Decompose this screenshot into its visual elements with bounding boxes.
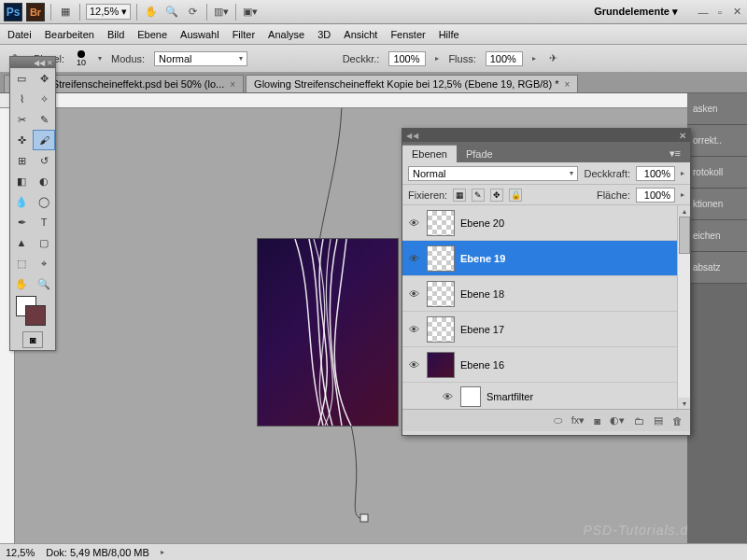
lock-transparent-icon[interactable]: ▦ [453,189,466,202]
layer-name[interactable]: Ebene 19 [460,253,686,264]
layer-opacity-field[interactable]: 100% [636,166,675,181]
panel-close-icon[interactable]: ✕ [679,131,686,141]
airbrush-icon[interactable]: ✈ [545,50,562,67]
layer-name[interactable]: Ebene 18 [460,288,686,300]
arrange-icon[interactable]: ▥▾ [213,4,230,21]
visibility-eye-icon[interactable]: 👁 [406,251,421,266]
toolbox-panel[interactable]: ◀◀ ✕ ▭ ✥ ⌇ ✧ ✂ ✎ ✜ 🖌 ⊞ ↺ ◧ ◐ 💧 ◯ ✒ T ▲ ▢… [9,56,56,351]
rotate-icon[interactable]: ⟳ [184,4,201,21]
menu-analyse[interactable]: Analyse [268,29,304,40]
type-tool-icon[interactable]: T [33,212,55,232]
workspace-selector[interactable]: Grundelemente ▾ [586,4,685,20]
link-layers-icon[interactable]: ⬭ [554,414,562,427]
menu-bild[interactable]: Bild [107,29,124,40]
menu-3d[interactable]: 3D [317,29,331,40]
menu-datei[interactable]: Datei [7,29,32,40]
panel-tab[interactable]: asken [687,93,747,125]
marquee-tool-icon[interactable]: ▭ [10,68,33,89]
layers-panel[interactable]: ◀◀ ✕ Ebenen Pfade ▾≡ Normal▾ Deckkraft: … [402,128,691,436]
tab-paths[interactable]: Pfade [457,146,502,162]
wand-tool-icon[interactable]: ✧ [33,89,55,109]
scrollbar-thumb[interactable] [679,217,690,254]
panel-tab[interactable]: absatz [687,252,747,284]
panel-tab[interactable]: orrekt.. [687,125,747,157]
panel-tab[interactable]: ktionen [687,189,747,220]
layers-scrollbar[interactable]: ▲ ▼ [677,205,690,409]
smartfilter-label[interactable]: Smartfilter [486,391,686,402]
layer-thumbnail[interactable] [427,316,455,343]
maximize-icon[interactable]: ▫ [713,6,726,19]
layer-fx-icon[interactable]: fx▾ [571,414,585,427]
scroll-down-arrow-icon[interactable]: ▼ [678,398,690,409]
blend-mode-dropdown[interactable]: Normal▾ [154,51,247,66]
layer-group-icon[interactable]: 🗀 [634,415,644,427]
layer-row[interactable]: 👁 Ebene 20 [402,205,690,241]
tab-close-icon[interactable]: × [564,79,570,90]
crop-tool-icon[interactable]: ✂ [10,109,33,130]
layer-thumbnail[interactable] [427,245,455,272]
path-select-tool-icon[interactable]: ▲ [10,232,33,253]
scroll-up-arrow-icon[interactable]: ▲ [678,205,690,217]
visibility-eye-icon[interactable]: 👁 [406,357,421,372]
background-color[interactable] [25,305,46,326]
tab-close-icon[interactable]: × [230,79,235,90]
opacity-slider-arrow[interactable]: ▸ [681,169,684,177]
menu-bearbeiten[interactable]: Bearbeiten [45,29,94,40]
eyedropper-tool-icon[interactable]: ✎ [33,109,55,130]
panel-header[interactable]: ◀◀ ✕ [402,129,690,142]
panel-tab[interactable]: rotokoll [687,157,747,189]
new-layer-icon[interactable]: ▤ [654,414,663,427]
status-zoom[interactable]: 12,5% [6,547,35,558]
bridge-logo-icon[interactable]: Br [26,3,45,21]
fill-slider-arrow[interactable]: ▸ [681,190,684,199]
menu-ansicht[interactable]: Ansicht [344,29,377,40]
layer-thumbnail[interactable] [427,352,455,378]
layer-row[interactable]: 👁 Ebene 18 [402,276,690,312]
opacity-field[interactable]: 100% [388,51,426,66]
lock-all-icon[interactable]: 🔒 [509,189,522,202]
opacity-arrow[interactable]: ▸ [435,54,439,63]
brush-picker-arrow[interactable]: ▾ [98,54,102,63]
fill-field[interactable]: 100% [636,188,675,203]
layer-thumbnail[interactable] [427,281,455,307]
hand-icon[interactable]: ✋ [143,4,160,21]
gradient-tool-icon[interactable]: ◐ [33,171,55,191]
hand-tool-icon[interactable]: ✋ [10,273,33,294]
horizontal-ruler[interactable] [15,93,747,108]
status-info-arrow[interactable]: ▸ [161,548,164,556]
panel-tab[interactable]: eichen [687,220,747,252]
filter-mask-thumbnail[interactable] [460,386,481,407]
layer-thumbnail[interactable] [427,210,455,236]
quickmask-icon[interactable]: ◙ [22,331,43,348]
menu-fenster[interactable]: Fenster [390,29,425,40]
smartfilter-row[interactable]: 👁 Smartfilter [402,383,690,409]
visibility-eye-icon[interactable]: 👁 [406,322,421,337]
toolbox-header[interactable]: ◀◀ ✕ [10,57,55,68]
menu-hilfe[interactable]: Hilfe [439,29,459,40]
pen-tool-icon[interactable]: ✒ [10,212,33,232]
lock-image-icon[interactable]: ✎ [472,189,485,202]
delete-layer-icon[interactable]: 🗑 [672,415,683,427]
layer-name[interactable]: Ebene 17 [460,324,686,335]
heal-tool-icon[interactable]: ✜ [10,130,33,150]
blur-tool-icon[interactable]: 💧 [10,191,33,212]
layer-mask-icon[interactable]: ◙ [594,415,600,427]
layer-row[interactable]: 👁 Ebene 19 [402,241,690,276]
screen-mode-icon[interactable]: ▣▾ [242,4,259,21]
brush-preview-icon[interactable] [78,50,85,58]
color-swatches[interactable] [10,294,55,329]
zoom-icon[interactable]: 🔍 [163,4,180,21]
menu-auswahl[interactable]: Auswahl [180,29,219,40]
menu-ebene[interactable]: Ebene [137,29,167,40]
visibility-eye-icon[interactable]: 👁 [406,287,421,301]
move-tool-icon[interactable]: ✥ [33,68,55,89]
layer-name[interactable]: Ebene 16 [460,359,673,371]
flow-field[interactable]: 100% [486,51,523,66]
layer-blend-mode-dropdown[interactable]: Normal▾ [408,166,578,181]
stamp-tool-icon[interactable]: ⊞ [10,150,33,171]
visibility-eye-icon[interactable]: 👁 [406,216,421,231]
menu-filter[interactable]: Filter [233,29,255,40]
3d-tool-icon[interactable]: ⬚ [10,253,33,273]
zoom-tool-icon[interactable]: 🔍 [33,273,55,294]
collapse-arrows-icon[interactable]: ◀◀ [406,132,419,140]
